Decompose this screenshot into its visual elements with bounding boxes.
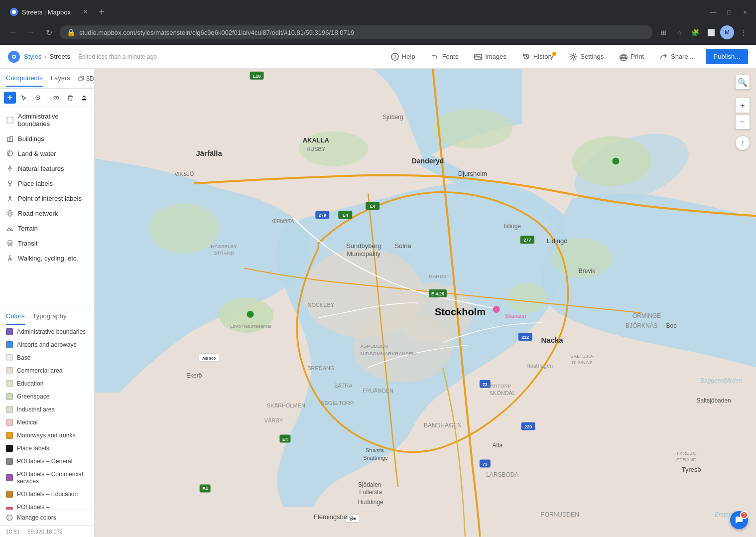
hide-tool-button[interactable]	[50, 92, 62, 104]
history-button[interactable]: History	[518, 51, 557, 63]
main-layout: Components Layers 3D	[0, 69, 756, 537]
color-item-motorways[interactable]: Motorways and trunks	[0, 429, 94, 442]
svg-point-8	[572, 55, 575, 58]
profile-avatar[interactable]: M	[720, 25, 734, 39]
color-item-admin[interactable]: Administrative boundaries	[0, 325, 94, 338]
url-bar[interactable]: 🔒 studio.mapbox.com/styles/matsenstein/c…	[60, 25, 652, 39]
active-tab[interactable]: Streets | Mapbox ×	[4, 4, 94, 20]
tab-components[interactable]: Components	[6, 70, 43, 87]
search-tabs-icon[interactable]: ⊞	[656, 25, 670, 39]
map-container[interactable]: E4 E4 E 4.25 E18 277 279 229 73 7	[95, 69, 756, 537]
svg-text:SKÄRHOLMEN: SKÄRHOLMEN	[267, 403, 305, 408]
tab-typography[interactable]: Typography	[33, 308, 67, 325]
settings-button[interactable]: Settings	[565, 51, 608, 63]
images-icon	[474, 53, 482, 61]
sidebar-item-land-water[interactable]: Land & water	[0, 146, 94, 161]
svg-text:73: 73	[483, 462, 488, 467]
svg-text:MIDSOMMARKRANSEN: MIDSOMMARKRANSEN	[360, 351, 415, 356]
land-water-icon	[6, 149, 14, 157]
help-button[interactable]: ? Help	[387, 51, 419, 63]
sidebar-item-admin-boundaries[interactable]: Administrative boundaries	[0, 109, 94, 131]
bookmark-icon[interactable]: ☆	[672, 25, 686, 39]
svg-text:SÄTRA: SÄTRA	[334, 383, 353, 389]
colors-list: Administrative boundaries Airports and a…	[0, 325, 94, 510]
sidebar-tabs: Components Layers 3D	[0, 69, 94, 89]
sidebar-item-walking-cycling[interactable]: Walking, cycling, etc.	[0, 251, 94, 266]
color-item-airports[interactable]: Airports and aeroways	[0, 338, 94, 351]
publish-button[interactable]: Publish...	[706, 49, 748, 64]
new-tab-button[interactable]: +	[95, 5, 109, 19]
maximize-button[interactable]: □	[722, 5, 736, 19]
tab-close-button[interactable]: ×	[83, 8, 88, 16]
poi-commercial-color-swatch	[6, 474, 13, 481]
notification-badge: 2	[740, 511, 748, 519]
svg-point-21	[9, 196, 11, 198]
sidebar-item-road-network[interactable]: Road network	[0, 206, 94, 221]
share-button[interactable]: Share...	[656, 51, 698, 63]
svg-point-24	[9, 244, 10, 245]
fonts-button[interactable]: Tt Fonts	[427, 51, 463, 63]
browser-close-button[interactable]: ×	[738, 5, 752, 19]
svg-text:E4: E4	[202, 486, 208, 491]
color-item-greenspace[interactable]: Greenspace	[0, 390, 94, 403]
delete-tool-button[interactable]	[64, 92, 76, 104]
sidebar-item-place-labels[interactable]: Place labels	[0, 176, 94, 191]
svg-text:Djursholm: Djursholm	[458, 170, 487, 177]
color-item-place-labels[interactable]: Place labels	[0, 442, 94, 455]
print-button[interactable]: Print	[616, 51, 648, 63]
color-item-poi-education[interactable]: POI labels – Education	[0, 488, 94, 501]
tab-3d[interactable]: 3D	[78, 75, 95, 82]
eye-icon	[53, 95, 59, 101]
svg-point-132	[612, 157, 619, 164]
back-button[interactable]: ←	[6, 25, 20, 39]
select-tool-button[interactable]	[18, 92, 30, 104]
browser-controls: — □ ×	[706, 5, 752, 19]
svg-text:HUSBY: HUSBY	[306, 146, 325, 152]
color-item-poi-commercial[interactable]: POI labels – Commercial services	[0, 468, 94, 488]
svg-point-15	[56, 97, 57, 99]
svg-text:Nacka: Nacka	[541, 336, 564, 344]
images-button[interactable]: Images	[470, 51, 510, 63]
filter-tool-button[interactable]	[32, 92, 44, 104]
color-item-medical[interactable]: Medical	[0, 416, 94, 429]
minimize-button[interactable]: —	[706, 5, 720, 19]
sidebar-item-terrain[interactable]: Terrain	[0, 221, 94, 236]
compass-button[interactable]: ↑	[735, 135, 750, 150]
upload-icon	[81, 95, 87, 101]
sidebar-item-transit[interactable]: Transit	[0, 236, 94, 251]
svg-text:E4: E4	[343, 213, 348, 218]
notification-button[interactable]: 2	[730, 511, 748, 529]
refresh-button[interactable]: ↻	[42, 25, 56, 39]
map-search-button[interactable]: 🔍	[735, 75, 750, 90]
sidebar-item-buildings[interactable]: Buildings	[0, 131, 94, 146]
breadcrumb-styles-link[interactable]: Styles	[24, 53, 41, 60]
color-item-base[interactable]: Base	[0, 351, 94, 364]
sidebar-item-natural-features[interactable]: Natural features	[0, 161, 94, 176]
sidebar-item-poi-labels[interactable]: Point of interest labels	[0, 191, 94, 206]
extensions-icon[interactable]: 🧩	[688, 25, 702, 39]
color-item-commercial[interactable]: Commercial area	[0, 364, 94, 377]
svg-rect-18	[10, 136, 12, 141]
header-actions: ? Help Tt Fonts Images History Settings …	[387, 49, 748, 64]
cube-icon	[78, 76, 84, 82]
tab-search-icon[interactable]: ⬜	[704, 25, 718, 39]
tab-layers[interactable]: Layers	[51, 70, 70, 87]
add-icon	[7, 95, 13, 101]
manage-colors-button[interactable]: Manage colors	[0, 510, 94, 525]
color-item-industrial[interactable]: Industrial area	[0, 403, 94, 416]
upload-tool-button[interactable]	[78, 92, 90, 104]
svg-point-133	[247, 311, 254, 318]
zoom-in-button[interactable]: +	[735, 98, 750, 113]
color-item-poi-general[interactable]: POI labels – General	[0, 455, 94, 468]
svg-point-32	[8, 518, 9, 519]
add-component-button[interactable]	[4, 92, 16, 104]
forward-button[interactable]: →	[24, 25, 38, 39]
svg-text:STRAND: STRAND	[214, 250, 234, 256]
svg-point-130	[493, 306, 500, 313]
zoom-out-button[interactable]: −	[735, 115, 750, 130]
tab-colors[interactable]: Colors	[6, 308, 25, 325]
more-options-icon[interactable]: ⋮	[736, 25, 750, 39]
svg-point-28	[8, 517, 9, 518]
color-item-poi-entertainment[interactable]: POI labels – Entertainment	[0, 501, 94, 510]
color-item-education[interactable]: Education	[0, 377, 94, 390]
